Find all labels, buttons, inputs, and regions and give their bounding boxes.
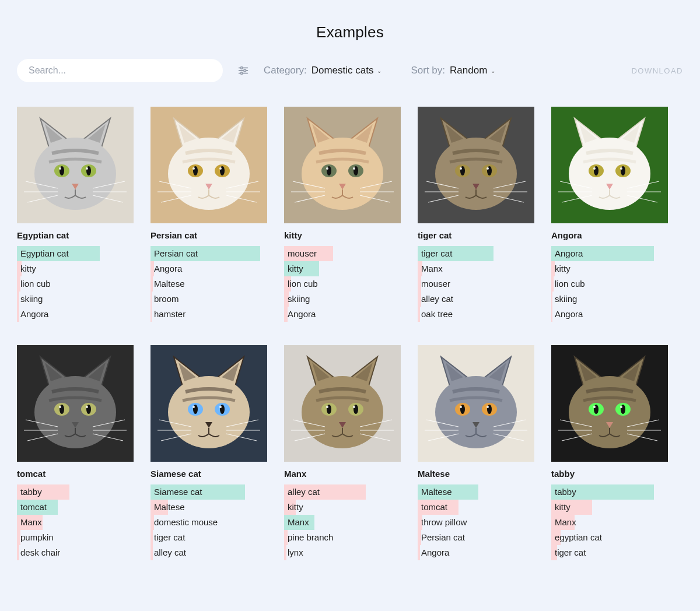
prediction-label: alley cat (421, 294, 453, 304)
prediction-label: tomcat (20, 502, 47, 512)
example-title: Persian cat (150, 230, 267, 240)
prediction-row: kitty (284, 500, 401, 515)
prediction-label: tomcat (421, 502, 447, 512)
svg-point-31 (435, 138, 517, 210)
svg-point-84 (593, 406, 596, 408)
download-button[interactable]: DOWNLOAD (631, 66, 683, 75)
prediction-label: broom (154, 294, 179, 304)
example-thumbnail[interactable] (150, 345, 267, 462)
prediction-label: skiing (288, 294, 310, 304)
example-thumbnail[interactable] (418, 345, 534, 462)
prediction-label: tiger cat (154, 532, 185, 542)
prediction-row: throw pillow (418, 515, 534, 530)
prediction-label: oak tree (421, 309, 453, 319)
prediction-bar (284, 545, 286, 560)
svg-point-39 (569, 138, 650, 210)
svg-point-60 (192, 406, 195, 408)
prediction-label: lion cub (555, 279, 585, 289)
example-thumbnail[interactable] (284, 107, 401, 223)
prediction-label: kitty (288, 502, 303, 512)
prediction-row: tomcat (17, 500, 134, 515)
prediction-row: mouser (418, 276, 534, 292)
prediction-bar (17, 292, 19, 307)
filter-icon[interactable] (237, 64, 250, 77)
prediction-label: Angora (154, 264, 182, 273)
prediction-row: Persian cat (150, 246, 267, 261)
chevron-down-icon: ⌄ (491, 68, 495, 74)
prediction-label: Manx (288, 517, 309, 527)
predictions-list: Persian catAngoraMaltesebroomhamster (150, 246, 267, 322)
prediction-row: Manx (418, 261, 534, 276)
svg-point-13 (86, 167, 88, 170)
sort-filter: Sort by: Random ⌄ (411, 65, 495, 76)
example-thumbnail[interactable] (551, 345, 668, 462)
prediction-bar (551, 276, 554, 292)
prediction-label: kitty (555, 264, 570, 273)
example-thumbnail[interactable] (17, 107, 134, 223)
svg-point-71 (435, 376, 517, 448)
svg-point-20 (192, 167, 195, 170)
predictions-list: tabbykittyManxegyptian cattiger cat (551, 484, 668, 560)
prediction-label: tabby (20, 487, 42, 497)
svg-point-68 (326, 406, 328, 408)
prediction-label: kitty (20, 264, 36, 273)
category-filter: Category: Domestic cats ⌄ (264, 65, 382, 76)
prediction-label: desk chair (20, 547, 60, 557)
svg-point-79 (569, 376, 650, 448)
svg-point-15 (168, 138, 250, 210)
example-thumbnail[interactable] (17, 345, 134, 462)
svg-point-61 (219, 406, 222, 408)
example-title: Egyptian cat (17, 230, 134, 240)
prediction-row: alley cat (284, 484, 401, 500)
predictions-list: alley catkittyManxpine branchlynx (284, 484, 401, 560)
prediction-label: egyptian cat (555, 532, 602, 542)
prediction-row: broom (150, 292, 267, 307)
prediction-row: tabby (551, 484, 668, 500)
prediction-row: Angora (418, 545, 534, 560)
prediction-row: kitty (551, 261, 668, 276)
prediction-label: Manx (555, 517, 576, 527)
svg-point-1 (240, 67, 243, 69)
example-card: kittymouserkittylion cubskiingAngora (284, 107, 401, 322)
prediction-row: Angora (17, 307, 134, 322)
prediction-row: tiger cat (150, 530, 267, 545)
prediction-row: hamster (150, 307, 267, 322)
prediction-row: mouser (284, 246, 401, 261)
prediction-row: Maltese (150, 276, 267, 292)
example-thumbnail[interactable] (150, 107, 267, 223)
svg-point-29 (353, 167, 355, 170)
svg-point-23 (302, 138, 383, 210)
prediction-row: kitty (551, 500, 668, 515)
prediction-row: oak tree (418, 307, 534, 322)
svg-point-7 (34, 138, 116, 210)
sort-label: Sort by: (411, 65, 445, 76)
example-thumbnail[interactable] (418, 107, 534, 223)
prediction-label: Persian cat (154, 248, 198, 258)
prediction-bar (551, 292, 552, 307)
prediction-label: lion cub (288, 279, 318, 289)
prediction-row: Manx (551, 515, 668, 530)
prediction-label: Maltese (421, 487, 452, 497)
svg-point-63 (302, 376, 383, 448)
prediction-row: skiing (17, 292, 134, 307)
example-card: Siamese catSiamese catMaltesedomestic mo… (150, 345, 267, 560)
example-card: tomcattabbytomcatManxpumpkindesk chair (17, 345, 134, 560)
prediction-bar (418, 307, 420, 322)
prediction-row: Angora (551, 246, 668, 261)
prediction-row: Maltese (150, 500, 267, 515)
prediction-row: kitty (17, 261, 134, 276)
sort-select[interactable]: Random ⌄ (450, 65, 495, 76)
example-thumbnail[interactable] (284, 345, 401, 462)
prediction-bar (150, 307, 152, 322)
search-input[interactable] (17, 59, 223, 82)
svg-point-52 (59, 406, 61, 408)
prediction-label: Persian cat (421, 532, 465, 542)
predictions-list: tabbytomcatManxpumpkindesk chair (17, 484, 134, 560)
example-thumbnail[interactable] (551, 107, 668, 223)
example-title: Siamese cat (150, 469, 267, 479)
svg-point-77 (487, 406, 489, 408)
prediction-label: throw pillow (421, 517, 467, 527)
prediction-label: domestic mouse (154, 517, 218, 527)
prediction-label: Egyptian cat (20, 248, 69, 258)
category-select[interactable]: Domestic cats ⌄ (312, 65, 382, 76)
